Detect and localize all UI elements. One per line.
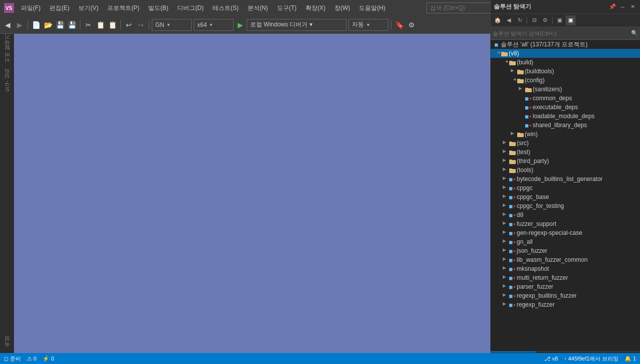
tree-item[interactable]: ▼(config) <box>491 76 640 85</box>
menu-analyze[interactable]: 분석(N) <box>244 3 272 13</box>
forward-button[interactable]: ▶ <box>14 19 25 30</box>
se-close-button[interactable]: ✕ <box>628 2 637 11</box>
tree-item[interactable]: ▶(win) <box>491 130 640 139</box>
se-settings-button[interactable]: ⚙ <box>540 15 550 25</box>
status-warnings[interactable]: ⚡ 0 <box>42 356 54 362</box>
tree-item[interactable]: ▶ ◼ ● d8 <box>491 210 640 219</box>
se-back-button[interactable]: ◀ <box>504 15 514 25</box>
tree-arrow[interactable]: ▼ <box>502 59 509 65</box>
tree-arrow[interactable] <box>519 95 525 102</box>
tree-item[interactable]: ▶(test) <box>491 148 640 157</box>
tree-arrow[interactable]: ▶ <box>503 301 509 308</box>
se-minimize-button[interactable]: ─ <box>618 2 627 11</box>
tree-arrow[interactable] <box>519 122 525 129</box>
tree-item[interactable]: ▶ ◼ ● cppgc <box>491 183 640 192</box>
status-bell[interactable]: 🔔 1 <box>625 356 636 362</box>
redo-button[interactable]: ↪ <box>135 19 146 30</box>
menu-build[interactable]: 빌드(B) <box>144 3 172 13</box>
open-button[interactable]: 📂 <box>42 19 53 30</box>
se-preview-button[interactable]: ▣ <box>555 15 565 25</box>
tree-item[interactable]: ▶ ◼ ● gen-regexp-special-case <box>491 228 640 237</box>
tree-item[interactable]: ▶ ◼ ● bytecode_builtins_list_generator <box>491 175 640 183</box>
tree-arrow[interactable]: ▶ <box>503 149 509 156</box>
menu-help[interactable]: 도움말(H) <box>355 3 389 13</box>
tree-item[interactable]: ▶ ◼ ● parser_fuzzer <box>491 282 640 291</box>
menu-file[interactable]: 파일(F) <box>17 3 44 13</box>
se-search-box[interactable]: 🔍 <box>491 27 640 40</box>
menu-test[interactable]: 테스트(S) <box>209 3 243 13</box>
menu-tools[interactable]: 도구(T) <box>273 3 301 13</box>
back-button[interactable]: ◀ <box>2 19 13 30</box>
tree-arrow[interactable]: ▶ <box>503 283 509 290</box>
tree-item[interactable]: ▶(sanitizers) <box>491 85 640 94</box>
tree-arrow[interactable]: ▶ <box>511 68 517 75</box>
tree-arrow[interactable]: ▼ <box>510 77 517 83</box>
tree-item[interactable]: ▶ ◼ ● regexp_builtins_fuzzer <box>491 291 640 300</box>
tree-item[interactable]: ▶ ◼ ● lib_wasm_fuzzer_common <box>491 255 640 264</box>
sidebar-toolbox[interactable]: 도구 상자 <box>2 70 12 97</box>
tree-arrow[interactable]: ▼ <box>494 50 501 56</box>
tree-arrow[interactable]: ▶ <box>503 202 509 209</box>
sidebar-server-explorer[interactable]: 서버 탐색기 <box>2 36 12 69</box>
undo-button[interactable]: ↩ <box>123 19 134 30</box>
tree-item[interactable]: ▶ ◼ ● gn_all <box>491 237 640 246</box>
status-ready[interactable]: ◻ 준비 <box>4 355 21 363</box>
menu-view[interactable]: 보기(V) <box>74 3 102 13</box>
tree-item[interactable]: ▼(v8) <box>491 49 640 58</box>
tree-arrow[interactable]: ▶ <box>503 140 509 147</box>
tree-arrow[interactable]: ▶ <box>503 292 509 299</box>
cut-button[interactable]: ✂ <box>83 19 94 30</box>
tree-item[interactable]: ▶ ◼ ● cppgc_for_testing <box>491 201 640 210</box>
tree-arrow[interactable]: ▶ <box>519 86 525 93</box>
tree-item[interactable]: ▶ ◼ ● mksnapshot <box>491 264 640 273</box>
menu-project[interactable]: 프로젝트(P) <box>103 3 143 13</box>
save-button[interactable]: 💾 <box>54 19 65 30</box>
menu-debug[interactable]: 디버그(D) <box>173 3 208 13</box>
tree-arrow[interactable]: ▶ <box>503 167 509 174</box>
menu-extensions[interactable]: 확장(X) <box>302 3 329 13</box>
paste-button[interactable]: 📋 <box>107 19 118 30</box>
tree-arrow[interactable]: ▶ <box>503 238 509 245</box>
tree-arrow[interactable]: ▶ <box>503 184 509 191</box>
tree-arrow[interactable]: ▶ <box>503 176 509 182</box>
copy-button[interactable]: 📋 <box>95 19 106 30</box>
tree-item[interactable]: ▼(build) <box>491 58 640 67</box>
tree-arrow[interactable]: ▶ <box>503 247 509 254</box>
status-errors[interactable]: ⚠ 0 <box>27 356 36 362</box>
tree-arrow[interactable]: ▶ <box>503 220 509 227</box>
tree-item[interactable]: ▶ ◼ ● json_fuzzer <box>491 246 640 255</box>
tree-arrow[interactable]: ▶ <box>503 158 509 165</box>
tree-arrow[interactable] <box>519 113 525 120</box>
config-dropdown[interactable]: GN ▼ <box>152 19 192 31</box>
bookmark-button[interactable]: 🔖 <box>394 19 405 30</box>
tree-arrow[interactable]: ▶ <box>503 256 509 263</box>
run-icon[interactable]: ▶ <box>235 19 246 30</box>
new-file-button[interactable]: 📄 <box>30 19 41 30</box>
status-commit[interactable]: ↑ 445f9ef1에서 브리밍 <box>564 355 619 363</box>
tree-arrow[interactable]: ▶ <box>503 265 509 272</box>
tree-arrow[interactable]: ▶ <box>503 229 509 236</box>
tree-arrow[interactable] <box>519 104 525 111</box>
se-collapse-button[interactable]: ⊟ <box>529 15 539 25</box>
menu-edit[interactable]: 편집(E) <box>45 3 73 13</box>
tree-item[interactable]: ▶(third_party) <box>491 157 640 166</box>
se-pin-button[interactable]: 📌 <box>608 2 617 11</box>
auto-dropdown[interactable]: 자동 ▼ <box>348 19 388 31</box>
tree-item[interactable]: ◼ ● shared_library_deps <box>491 121 640 130</box>
menu-window[interactable]: 창(W) <box>330 3 354 13</box>
tree-arrow[interactable]: ▶ <box>503 193 509 200</box>
status-branch[interactable]: ⎇ v8 <box>544 356 558 362</box>
tree-item[interactable]: ▶(tools) <box>491 166 640 175</box>
run-dropdown[interactable]: 로컬 Windows 디버거 ▾ <box>247 19 346 31</box>
platform-dropdown[interactable]: x64 ▼ <box>194 19 234 31</box>
sidebar-properties[interactable]: 속성 <box>2 338 12 353</box>
tree-item[interactable]: ◼ ● loadable_module_deps <box>491 112 640 121</box>
tree-arrow[interactable]: ▶ <box>503 211 509 218</box>
se-home-button[interactable]: 🏠 <box>493 15 503 25</box>
tree-arrow[interactable]: ▶ <box>511 131 517 138</box>
tree-item[interactable]: ▶(src) <box>491 139 640 148</box>
tree-item[interactable]: ◼ ● common_deps <box>491 94 640 103</box>
nav-button[interactable]: ⚙ <box>406 19 417 30</box>
tree-root[interactable]: ◼ 솔루션 'all' (137/137개 프로젝트) <box>491 40 640 49</box>
tree-item[interactable]: ◼ ● executable_deps <box>491 103 640 112</box>
